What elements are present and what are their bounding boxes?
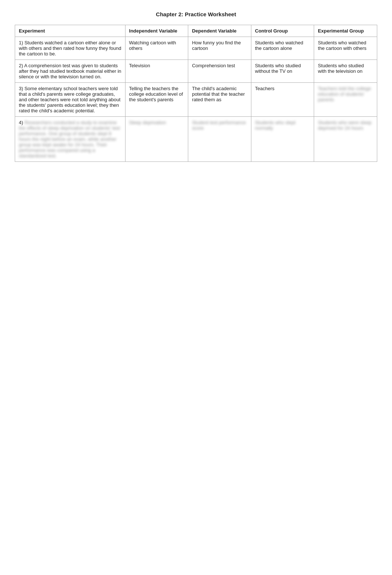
dependent-cell-3: The child's academic potential that the …	[188, 83, 251, 117]
worksheet-table: Experiment Independent Variable Dependen…	[15, 25, 377, 162]
control-cell-3: Teachers	[251, 83, 314, 117]
dependent-cell-2: Comprehension test	[188, 60, 251, 83]
table-row: 1) Students watched a cartoon either alo…	[15, 37, 377, 60]
header-experimental: Experimental Group	[314, 25, 377, 37]
experiment-cell-2: 2) A comprehension test was given to stu…	[15, 60, 125, 83]
table-row: 4) Researchers conducted a study to exam…	[15, 117, 377, 162]
independent-cell-1: Watching cartoon with others	[125, 37, 188, 60]
dependent-cell-4: Student test performance score	[188, 117, 251, 162]
experimental-cell-3: Teachers told the college education of s…	[314, 83, 377, 117]
independent-cell-4: Sleep deprivation	[125, 117, 188, 162]
table-row: 3) Some elementary school teachers were …	[15, 83, 377, 117]
experiment-cell-1: 1) Students watched a cartoon either alo…	[15, 37, 125, 60]
independent-cell-2: Television	[125, 60, 188, 83]
header-experiment: Experiment	[15, 25, 125, 37]
independent-cell-3: Telling the teachers the college educati…	[125, 83, 188, 117]
experimental-cell-4: Students who were sleep deprived for 24 …	[314, 117, 377, 162]
control-cell-2: Students who studied without the TV on	[251, 60, 314, 83]
header-control: Control Group	[251, 25, 314, 37]
experiment-cell-3: 3) Some elementary school teachers were …	[15, 83, 125, 117]
dependent-cell-1: How funny you find the cartoon	[188, 37, 251, 60]
table-row: 2) A comprehension test was given to stu…	[15, 60, 377, 83]
control-cell-1: Students who watched the cartoon alone	[251, 37, 314, 60]
experimental-cell-2: Students who studied with the television…	[314, 60, 377, 83]
experiment-cell-4: 4) Researchers conducted a study to exam…	[15, 117, 125, 162]
control-cell-4: Students who slept normally	[251, 117, 314, 162]
header-dependent: Dependent Variable	[188, 25, 251, 37]
header-independent: Independent Variable	[125, 25, 188, 37]
page-title: Chapter 2: Practice Worksheet	[15, 11, 377, 17]
experimental-cell-1: Students who watched the cartoon with ot…	[314, 37, 377, 60]
